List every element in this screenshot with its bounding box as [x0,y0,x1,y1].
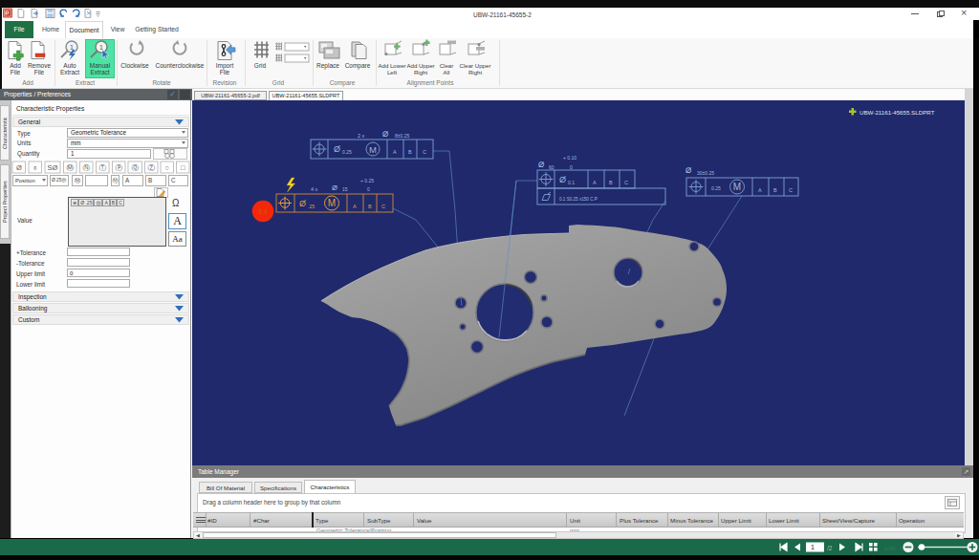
svg-text:0.25: 0.25 [711,185,721,191]
svg-text:+ 0.10: + 0.10 [563,155,577,161]
svg-text:0.1 S0.25 x150 C P: 0.1 S0.25 x150 C P [559,197,598,202]
svg-text:/2: /2 [827,545,833,551]
svg-text:4 x: 4 x [311,186,318,192]
svg-text:Ⓣ: Ⓣ [99,163,107,172]
svg-text:Ⓝ: Ⓝ [83,163,91,172]
svg-text:Ø: Ø [334,144,340,154]
svg-text:15: 15 [342,186,348,192]
svg-text:Ⓠ: Ⓠ [132,163,140,172]
svg-text:□: □ [181,163,185,172]
svg-text:⌀: ⌀ [538,158,545,169]
svg-text:0.25: 0.25 [342,149,352,155]
svg-text:1: 1 [811,544,815,550]
svg-text:60: 60 [549,164,555,170]
svg-text:B: B [773,187,777,193]
svg-text:⌀: ⌀ [382,127,389,139]
svg-text:Ⓜ: Ⓜ [67,163,75,172]
svg-text:0: 0 [570,164,573,170]
svg-text:B: B [408,149,412,155]
svg-text:Ⓩ: Ⓩ [148,163,156,172]
svg-text:M: M [328,198,336,208]
svg-text:1: 1 [70,44,74,51]
svg-text:A: A [353,204,357,209]
svg-text:UBW-21161-45655.SLDPRT: UBW-21161-45655.SLDPRT [859,109,935,116]
svg-text:M: M [369,144,377,155]
svg-text:A: A [758,187,762,193]
svg-text:Ⓟ: Ⓟ [116,163,123,172]
svg-text:⌽: ⌽ [33,163,38,172]
svg-text:Ø: Ø [559,175,566,184]
svg-text:1: 1 [99,44,103,51]
svg-text:C: C [789,187,793,193]
svg-text:Ø: Ø [299,199,306,208]
svg-text:SØ: SØ [48,163,58,172]
svg-text:Ø: Ø [16,163,22,172]
svg-text:C: C [381,204,385,209]
svg-text:M: M [733,182,741,192]
svg-text:.25: .25 [308,204,315,209]
svg-text:A: A [593,180,597,185]
svg-text:B: B [609,180,613,185]
svg-text:⌀: ⌀ [332,182,337,192]
svg-text:C: C [624,180,628,185]
svg-text:2 x: 2 x [358,133,365,139]
svg-text:B: B [368,204,372,209]
svg-text:C: C [423,149,426,155]
svg-text:8±0.25: 8±0.25 [395,133,409,139]
svg-text:+ 0.25: + 0.25 [360,178,374,183]
svg-text:0.1: 0.1 [568,180,575,185]
svg-text:6.3: 6.3 [258,208,267,215]
svg-text:○: ○ [165,163,170,172]
svg-text:A: A [393,149,397,155]
svg-text:⌀: ⌀ [685,163,692,175]
svg-text:30±0.25: 30±0.25 [697,170,714,176]
svg-text:0: 0 [367,186,370,192]
svg-text:0:00: 0:00 [884,546,896,551]
